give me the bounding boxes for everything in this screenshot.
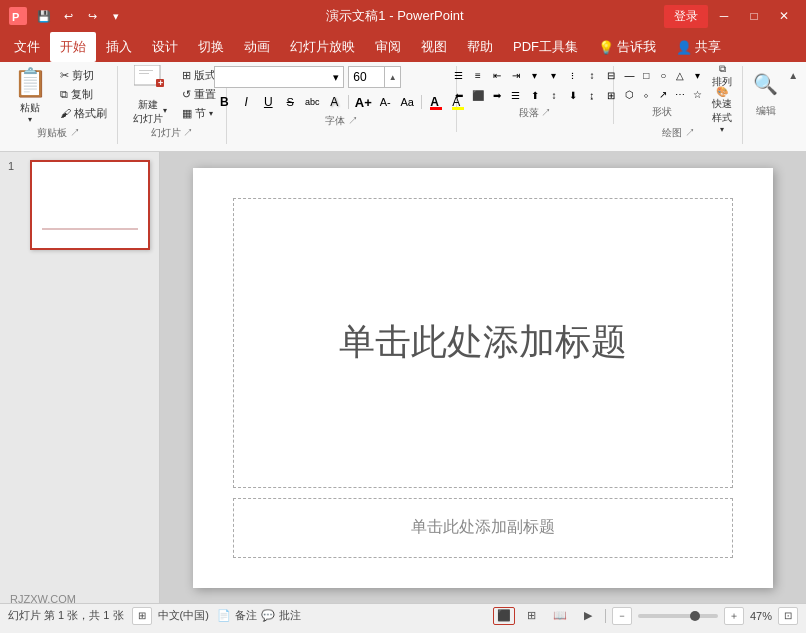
new-slide-dropdown-icon[interactable]: ▾ <box>163 106 167 115</box>
login-button[interactable]: 登录 <box>664 5 708 28</box>
para-dropdown2[interactable]: ▾ <box>545 66 563 84</box>
shape-more[interactable]: ▾ <box>688 66 706 84</box>
text-direction-button[interactable]: ↕ <box>583 66 601 84</box>
small-caps-button[interactable]: abc <box>302 92 322 112</box>
clipboard-expand-icon[interactable]: ↗ <box>70 127 80 138</box>
shape8[interactable]: ⋯ <box>671 85 689 103</box>
font-family-selector[interactable]: ▾ <box>214 66 344 88</box>
menu-tell-me[interactable]: 💡告诉我 <box>588 32 666 62</box>
slide-thumbnail[interactable] <box>30 160 150 250</box>
menu-home[interactable]: 开始 <box>50 32 96 62</box>
italic-button[interactable]: I <box>236 92 256 112</box>
title-placeholder[interactable]: 单击此处添加标题 <box>233 198 733 488</box>
list-number-button[interactable]: ≡ <box>469 66 487 84</box>
menu-pdf[interactable]: PDF工具集 <box>503 32 588 62</box>
align-center-button[interactable]: ⬛ <box>469 86 487 104</box>
clear-format-button[interactable]: Aa <box>397 92 417 112</box>
align-right-button[interactable]: ➡ <box>488 86 506 104</box>
shape2[interactable]: □ <box>637 66 655 84</box>
drawing-expand-icon[interactable]: ↗ <box>685 127 695 138</box>
slides-expand-icon[interactable]: ↗ <box>183 127 193 138</box>
section-dropdown-icon[interactable]: ▾ <box>209 109 213 118</box>
undo-button[interactable]: ↩ <box>58 6 78 26</box>
comments-label[interactable]: 批注 <box>279 608 301 623</box>
cut-button[interactable]: ✂ 剪切 <box>56 66 111 84</box>
zoom-slider[interactable] <box>638 614 718 618</box>
close-button[interactable]: ✕ <box>770 2 798 30</box>
decrease-font-button[interactable]: A- <box>375 92 395 112</box>
menu-animations[interactable]: 动画 <box>234 32 280 62</box>
shape6[interactable]: ⬦ <box>637 85 655 103</box>
font-color-button[interactable]: A <box>426 92 446 112</box>
underline-button[interactable]: U <box>258 92 278 112</box>
indent-decrease-button[interactable]: ⇤ <box>488 66 506 84</box>
columns-button[interactable]: ⫶ <box>564 66 582 84</box>
shape9[interactable]: ☆ <box>688 85 706 103</box>
collapse-ribbon-button[interactable]: ▲ <box>788 66 806 151</box>
menu-file[interactable]: 文件 <box>4 32 50 62</box>
customize-button[interactable]: ▾ <box>106 6 126 26</box>
slide-canvas[interactable]: 单击此处添加标题 单击此处添加副标题 <box>193 168 773 588</box>
font-content: ▾ ▲ B I U S abc A A+ A- Aa <box>214 66 468 112</box>
restore-button[interactable]: □ <box>740 2 768 30</box>
find-button[interactable]: 🔍 <box>749 66 782 102</box>
bold-button[interactable]: B <box>214 92 234 112</box>
redo-button[interactable]: ↪ <box>82 6 102 26</box>
line-spacing-button[interactable]: ↨ <box>583 86 601 104</box>
paste-dropdown[interactable]: ▾ <box>28 115 32 124</box>
indent-increase-button[interactable]: ⇥ <box>507 66 525 84</box>
paste-button[interactable]: 📋 粘贴 ▾ <box>6 66 54 124</box>
align-middle-button[interactable]: ↕ <box>545 86 563 104</box>
font-size-increment[interactable]: ▲ <box>384 67 400 87</box>
align-top-button[interactable]: ⬆ <box>526 86 544 104</box>
menu-review[interactable]: 审阅 <box>365 32 411 62</box>
para-dropdown1[interactable]: ▾ <box>526 66 544 84</box>
minimize-button[interactable]: ─ <box>710 2 738 30</box>
ribbon-font-group: ▾ ▲ B I U S abc A A+ A- Aa <box>227 66 457 132</box>
format-painter-button[interactable]: 🖌 格式刷 <box>56 104 111 122</box>
zoom-slider-thumb[interactable] <box>690 611 700 621</box>
slideshow-button[interactable]: ▶ <box>577 607 599 625</box>
font-size-input[interactable] <box>349 70 384 84</box>
fit-window-button[interactable]: ⊡ <box>778 607 798 625</box>
font-dropdown-icon[interactable]: ▾ <box>333 71 339 84</box>
quick-styles-button[interactable]: 🎨 快速样式 ▾ <box>708 96 736 124</box>
lightbulb-icon: 💡 <box>598 40 614 55</box>
subtitle-placeholder[interactable]: 单击此处添加副标题 <box>233 498 733 558</box>
align-bottom-button[interactable]: ⬇ <box>564 86 582 104</box>
zoom-out-button[interactable]: － <box>612 607 632 625</box>
menu-design[interactable]: 设计 <box>142 32 188 62</box>
shadow-button[interactable]: A <box>324 92 344 112</box>
slide-sorter-button[interactable]: ⊞ <box>521 607 543 625</box>
normal-view-button[interactable]: ⬛ <box>493 607 515 625</box>
justify-button[interactable]: ☰ <box>507 86 525 104</box>
zoom-in-button[interactable]: ＋ <box>724 607 744 625</box>
slide-count-icon[interactable]: ⊞ <box>132 607 152 625</box>
save-button[interactable]: 💾 <box>34 6 54 26</box>
paste-icon: 📋 <box>13 66 48 99</box>
window-title: 演示文稿1 - PowerPoint <box>126 7 664 25</box>
menu-slideshow[interactable]: 幻灯片放映 <box>280 32 365 62</box>
shape7[interactable]: ↗ <box>654 85 672 103</box>
menu-transitions[interactable]: 切换 <box>188 32 234 62</box>
new-slide-button[interactable]: + 新建幻灯片 ▾ <box>124 66 176 124</box>
menu-insert[interactable]: 插入 <box>96 32 142 62</box>
clipboard-label: 剪贴板 ↗ <box>37 126 80 140</box>
menu-share[interactable]: 👤共享 <box>666 32 731 62</box>
list-bullet-button[interactable]: ☰ <box>450 66 468 84</box>
shape5[interactable]: ⬡ <box>620 85 638 103</box>
notes-label[interactable]: 备注 <box>235 608 257 623</box>
format-label: 格式刷 <box>74 106 107 121</box>
paragraph-expand-icon[interactable]: ↗ <box>541 107 551 118</box>
font-expand-icon[interactable]: ↗ <box>348 115 358 126</box>
strikethrough-button[interactable]: S <box>280 92 300 112</box>
increase-font-button[interactable]: A+ <box>353 92 373 112</box>
reading-view-button[interactable]: 📖 <box>549 607 571 625</box>
shape3[interactable]: ○ <box>654 66 672 84</box>
menu-view[interactable]: 视图 <box>411 32 457 62</box>
copy-button[interactable]: ⧉ 复制 <box>56 85 111 103</box>
quick-styles-dropdown[interactable]: ▾ <box>720 125 724 134</box>
shape4[interactable]: △ <box>671 66 689 84</box>
shape1[interactable]: — <box>620 66 638 84</box>
menu-help[interactable]: 帮助 <box>457 32 503 62</box>
